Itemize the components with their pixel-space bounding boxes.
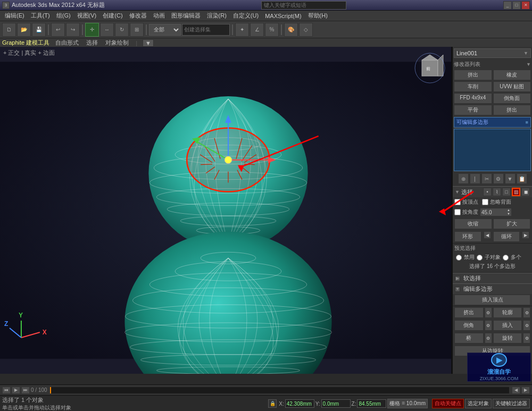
create-selection-input[interactable] bbox=[182, 24, 230, 36]
preview-disabled-radio[interactable] bbox=[456, 255, 462, 261]
menu-graph-editor[interactable]: 图形编辑器 bbox=[169, 11, 203, 20]
soft-select-expand[interactable]: ▶ bbox=[455, 276, 460, 281]
timeline-play-btn[interactable]: ▶ bbox=[12, 387, 20, 394]
selection-header[interactable]: ▼ 选择 • ⌇ □ ▨ ◼ bbox=[453, 186, 532, 197]
mod-icon-2[interactable]: | bbox=[470, 173, 480, 184]
shrink-button[interactable]: 收缩 bbox=[454, 219, 492, 229]
graphite-object-paint[interactable]: 对象绘制 bbox=[104, 38, 130, 47]
mod-chamfer[interactable]: 倒角面 bbox=[493, 93, 531, 104]
bevel-button[interactable]: 倒角 bbox=[454, 320, 484, 331]
turbo-settings-btn[interactable]: ⚙ bbox=[523, 307, 530, 318]
rotate-button[interactable]: ↻ bbox=[115, 23, 129, 37]
sel-edge-btn[interactable]: ⌇ bbox=[493, 188, 501, 196]
ring-button[interactable]: 环形 bbox=[454, 231, 481, 242]
menu-render[interactable]: 渲染(R) bbox=[204, 11, 229, 20]
percent-snap-btn[interactable]: % bbox=[265, 23, 279, 37]
selected-object-button[interactable]: 选定对象 bbox=[465, 399, 492, 408]
edit-poly-header[interactable]: ▼ 编辑多边形 bbox=[453, 283, 532, 294]
extrude-settings-btn[interactable]: ⚙ bbox=[485, 307, 492, 318]
graphite-freeform[interactable]: 自由形式 bbox=[54, 38, 80, 47]
expand-button[interactable]: 扩大 bbox=[493, 219, 531, 229]
mod-side[interactable]: 车削 bbox=[454, 81, 492, 92]
loop-button[interactable]: 循环 bbox=[493, 231, 520, 242]
extrude-button[interactable]: 挤出 bbox=[454, 307, 484, 318]
mod-relax[interactable]: 橡皮 bbox=[493, 70, 531, 80]
preview-multi-radio[interactable] bbox=[503, 255, 509, 261]
app-icon[interactable]: 3 bbox=[2, 2, 10, 9]
minimize-button[interactable]: _ bbox=[503, 1, 512, 10]
open-button[interactable]: 📂 bbox=[17, 23, 31, 37]
x-input[interactable] bbox=[285, 399, 314, 408]
mod-icon-4[interactable]: ⚙ bbox=[493, 173, 504, 184]
menu-edit[interactable]: 编辑(E) bbox=[2, 11, 27, 20]
timeline-expand-btn[interactable]: ◀ bbox=[512, 387, 520, 394]
close-button[interactable]: ✕ bbox=[521, 1, 530, 10]
modifier-list-dropdown-icon[interactable]: ▼ bbox=[526, 62, 531, 67]
mod-icon-3[interactable]: ✂ bbox=[481, 173, 492, 184]
menu-tools[interactable]: 工具(T) bbox=[28, 11, 53, 20]
turbo-button[interactable]: 轮廓 bbox=[493, 307, 522, 318]
move-button[interactable]: ↔ bbox=[100, 23, 114, 37]
mod-ffd[interactable]: FFD 4x9x4 bbox=[454, 93, 492, 104]
menu-customize[interactable]: 自定义(U) bbox=[230, 11, 261, 20]
preview-subobj-radio[interactable] bbox=[477, 255, 483, 261]
timeline-track[interactable] bbox=[49, 387, 510, 394]
render-btn[interactable]: 🎨 bbox=[284, 23, 298, 37]
angle-snap-btn[interactable]: ∠ bbox=[250, 23, 264, 37]
rotate-button[interactable]: 旋转 bbox=[493, 333, 522, 343]
new-scene-button[interactable]: 🗋 bbox=[2, 23, 16, 37]
insert-vertex-button[interactable]: 插入顶点 bbox=[454, 295, 530, 305]
keyframe-filter-button[interactable]: 关键帧过滤器 bbox=[493, 399, 530, 408]
angle-spinner[interactable]: 45.0 ▲ ▼ bbox=[480, 208, 512, 216]
z-input[interactable] bbox=[357, 399, 386, 408]
rotate-settings-btn[interactable]: ⚙ bbox=[523, 333, 530, 343]
mod-icon-6[interactable]: 📋 bbox=[517, 173, 527, 184]
select-button[interactable]: ✛ bbox=[85, 23, 99, 37]
save-button[interactable]: 💾 bbox=[32, 23, 46, 37]
search-input[interactable] bbox=[261, 1, 346, 10]
timeline-next-btn[interactable]: ⏭ bbox=[21, 387, 30, 394]
sel-border-btn[interactable]: □ bbox=[502, 188, 511, 196]
editable-poly-item[interactable]: 可编辑多边形 ■ bbox=[454, 117, 531, 128]
menu-maxscript[interactable]: MAXScript(M) bbox=[262, 12, 304, 20]
autokey-button[interactable]: 自动关键点 bbox=[432, 399, 464, 408]
timeline-prev-btn[interactable]: ⏮ bbox=[2, 387, 11, 394]
redo-button[interactable]: ↪ bbox=[66, 23, 80, 37]
edit-poly-expand[interactable]: ▼ bbox=[455, 287, 460, 292]
bridge-button[interactable]: 桥 bbox=[454, 333, 484, 343]
viewport[interactable]: + 正交 | 真实 + 边面 bbox=[0, 47, 452, 374]
lock-icon[interactable]: 🔒 bbox=[268, 399, 277, 408]
sel-element-btn[interactable]: ◼ bbox=[521, 188, 530, 196]
ignore-backface-checkbox[interactable] bbox=[482, 199, 488, 205]
by-vertex-checkbox[interactable] bbox=[454, 199, 461, 205]
mod-push[interactable]: 拼出 bbox=[454, 70, 492, 80]
menu-group[interactable]: 组(G) bbox=[54, 11, 73, 20]
mod-flat[interactable]: 平骨 bbox=[454, 105, 492, 115]
angle-checkbox[interactable] bbox=[454, 209, 461, 215]
mod-push2[interactable]: 拼出 bbox=[493, 105, 531, 115]
loop-arrow[interactable]: ▶ bbox=[521, 231, 530, 239]
y-input[interactable] bbox=[321, 399, 351, 408]
snap-btn[interactable]: ✦ bbox=[235, 23, 249, 37]
menu-modifier[interactable]: 修改器 bbox=[127, 11, 149, 20]
angle-up-arrow[interactable]: ▲ bbox=[507, 208, 510, 212]
bridge-settings-btn[interactable]: ⚙ bbox=[485, 333, 492, 343]
sel-poly-btn[interactable]: ▨ bbox=[512, 188, 520, 196]
graphite-toggle[interactable]: ▼ bbox=[143, 39, 154, 47]
bevel-settings-btn[interactable]: ⚙ bbox=[485, 320, 492, 331]
ring-arrow[interactable]: ◀ bbox=[483, 231, 492, 239]
timeline-expand2-btn[interactable]: ▶ bbox=[521, 387, 530, 394]
undo-button[interactable]: ↩ bbox=[51, 23, 65, 37]
soft-select-header[interactable]: ▶ 软选择 bbox=[453, 273, 532, 283]
insert-button[interactable]: 插入 bbox=[493, 320, 522, 331]
angle-down-arrow[interactable]: ▼ bbox=[507, 212, 510, 216]
mod-uvw[interactable]: UVW 贴图 bbox=[493, 81, 531, 92]
material-btn[interactable]: ◇ bbox=[299, 23, 313, 37]
menu-animation[interactable]: 动画 bbox=[151, 11, 168, 20]
graphite-select[interactable]: 选择 bbox=[85, 38, 99, 47]
insert-settings-btn[interactable]: ⚙ bbox=[523, 320, 530, 331]
selection-dropdown[interactable]: 全部 bbox=[149, 24, 181, 36]
mod-icon-1[interactable]: ⊕ bbox=[458, 173, 469, 184]
menu-help[interactable]: 帮助(H) bbox=[305, 11, 330, 20]
sel-vertex-btn[interactable]: • bbox=[483, 188, 492, 196]
